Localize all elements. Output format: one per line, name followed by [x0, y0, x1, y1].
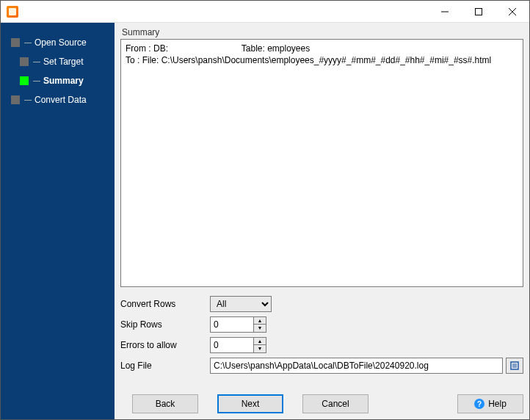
skip-rows-label: Skip Rows: [120, 319, 210, 330]
connector-line: [24, 100, 32, 101]
app-icon: [7, 6, 18, 18]
step-box-icon: [20, 57, 29, 66]
sidebar-item-summary[interactable]: Summary: [1, 71, 115, 90]
step-box-icon: [20, 76, 29, 85]
sidebar-item-label: Open Source: [35, 37, 87, 48]
sidebar-item-set-target[interactable]: Set Target: [1, 52, 115, 71]
help-icon: ?: [474, 399, 484, 409]
convert-rows-label: Convert Rows: [120, 299, 210, 309]
titlebar: [1, 1, 529, 23]
panel-title: Summary: [120, 27, 523, 37]
file-browse-icon: [509, 361, 520, 371]
sidebar-item-label: Summary: [43, 76, 84, 86]
svg-rect-1: [476, 8, 482, 15]
main-panel: Summary From : DB: Table: employees To :…: [115, 23, 529, 419]
step-box-icon: [11, 38, 20, 47]
spin-up-icon[interactable]: ▲: [254, 338, 266, 345]
spin-up-icon[interactable]: ▲: [254, 317, 266, 325]
connector-line: [33, 62, 40, 62]
logfile-label: Log File: [120, 361, 210, 371]
help-button-label: Help: [488, 399, 507, 409]
spin-down-icon[interactable]: ▼: [254, 325, 266, 332]
summary-textarea[interactable]: From : DB: Table: employees To : File: C…: [120, 39, 523, 287]
maximize-button[interactable]: [462, 1, 495, 23]
skip-rows-input[interactable]: [210, 316, 254, 333]
sidebar-item-label: Set Target: [43, 57, 83, 67]
spin-down-icon[interactable]: ▼: [254, 345, 266, 352]
skip-rows-spinner[interactable]: ▲▼: [254, 316, 266, 333]
connector-line: [24, 43, 32, 43]
back-button[interactable]: Back: [132, 394, 198, 413]
summary-from-line: From : DB: Table: employees: [126, 43, 518, 54]
wizard-sidebar: Open Source Set Target Summary Convert D…: [1, 23, 115, 419]
next-button[interactable]: Next: [217, 394, 283, 413]
errors-input[interactable]: [210, 337, 254, 353]
logfile-input[interactable]: [210, 358, 503, 374]
convert-rows-select[interactable]: All: [210, 296, 272, 312]
sidebar-item-label: Convert Data: [35, 95, 87, 105]
errors-label: Errors to allow: [120, 340, 210, 350]
minimize-button[interactable]: [428, 1, 462, 23]
sidebar-item-open-source[interactable]: Open Source: [1, 33, 115, 52]
step-box-icon: [11, 95, 20, 104]
help-button[interactable]: ? Help: [457, 394, 523, 413]
sidebar-item-convert-data[interactable]: Convert Data: [1, 90, 115, 109]
browse-logfile-button[interactable]: [506, 358, 523, 374]
options-form: Convert Rows All Skip Rows ▲▼ Errors to …: [120, 296, 523, 378]
connector-line: [33, 81, 40, 82]
close-button[interactable]: [495, 1, 529, 23]
errors-spinner[interactable]: ▲▼: [254, 337, 266, 353]
summary-to-line: To : File: C:\Users\pansh\Documents\empl…: [126, 54, 518, 66]
wizard-button-row: Back Next Cancel ? Help: [120, 394, 523, 413]
cancel-button[interactable]: Cancel: [302, 394, 369, 413]
